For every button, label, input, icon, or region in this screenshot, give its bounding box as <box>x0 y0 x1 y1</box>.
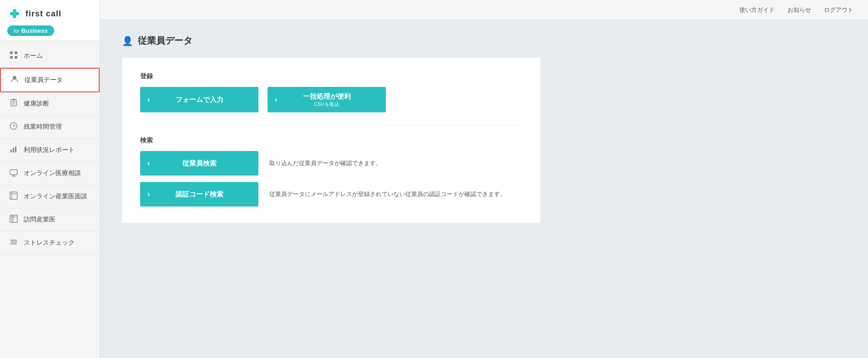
auth-search-button[interactable]: › 認証コード検索 <box>140 182 258 207</box>
chevron-icon-csv: › <box>275 96 277 104</box>
svg-rect-17 <box>10 150 12 152</box>
chevron-icon-auth: › <box>147 190 150 198</box>
csv-import-label: 一括処理が便利 CSVを取込 <box>267 91 386 108</box>
chevron-icon-emp: › <box>147 159 150 167</box>
svg-rect-26 <box>10 215 17 222</box>
svg-rect-13 <box>13 99 15 101</box>
badge-business-text: Business <box>21 27 48 34</box>
overtime-icon <box>9 122 18 132</box>
topbar: 使い方ガイドお知らせログアウト <box>100 0 868 20</box>
register-section-label: 登録 <box>140 72 522 81</box>
section-divider <box>140 125 522 126</box>
svg-rect-4 <box>10 51 13 54</box>
visit-industrial-icon <box>9 215 18 225</box>
employee-search-item: › 従業員検索 取り込んだ従業員データが確認できます。 <box>140 151 522 176</box>
online-industrial-icon <box>9 192 18 202</box>
sidebar-item-label: オンライン医療相談 <box>24 169 81 177</box>
employee-data-icon <box>10 75 19 85</box>
svg-rect-19 <box>15 146 16 152</box>
svg-rect-7 <box>15 56 17 59</box>
sidebar-item-usage-report[interactable]: 利用状況レポート <box>0 139 100 162</box>
search-section-label: 検索 <box>140 136 522 145</box>
home-icon <box>9 51 18 61</box>
auth-search-desc: 従業員データにメールアドレスが登録されていない従業員の認証コードが確認できます。 <box>269 190 522 198</box>
sidebar-item-stress-check[interactable]: ストレスチェック <box>0 232 100 255</box>
employee-search-button[interactable]: › 従業員検索 <box>140 151 258 176</box>
svg-rect-6 <box>10 56 13 59</box>
sidebar-item-label: 従業員データ <box>25 76 63 84</box>
sidebar-item-label: ホーム <box>24 52 43 60</box>
sidebar-item-visit-industrial[interactable]: 訪問産業医 <box>0 208 100 232</box>
svg-rect-5 <box>15 51 17 54</box>
logo-area: first call forBusiness <box>0 0 100 41</box>
sidebar-item-overtime[interactable]: 残業時間管理 <box>0 116 100 139</box>
logo-row: first call <box>7 6 92 21</box>
badge-for-text: for <box>14 28 20 34</box>
register-btn-row: › フォームで入力 › 一括処理が便利 CSVを取込 <box>140 87 522 112</box>
form-input-label: フォームで入力 <box>140 96 258 104</box>
auth-search-item: › 認証コード検索 従業員データにメールアドレスが登録されていない従業員の認証コ… <box>140 182 522 207</box>
sidebar-item-label: 健康診断 <box>24 100 49 108</box>
employee-data-card: 登録 › フォームで入力 › 一括処理が便利 CSVを取込 検索 <box>122 58 540 223</box>
sidebar-item-label: 残業時間管理 <box>24 123 62 131</box>
sidebar: first call forBusiness ホーム従業員データ健康診断残業時間… <box>0 0 100 358</box>
sidebar-item-employee-data[interactable]: 従業員データ <box>0 68 100 92</box>
badge-business: forBusiness <box>7 25 92 36</box>
online-medical-icon <box>9 168 18 178</box>
topbar-logout-link[interactable]: ログアウト <box>824 6 853 14</box>
firstcall-logo-icon <box>7 6 22 21</box>
sidebar-item-online-industrial[interactable]: オンライン産業医面談 <box>0 185 100 208</box>
topbar-news-link[interactable]: お知らせ <box>787 6 811 14</box>
stress-check-icon <box>9 238 18 248</box>
usage-report-icon <box>9 145 18 155</box>
search-btn-row: › 従業員検索 取り込んだ従業員データが確認できます。 › 認証コード検索 従業… <box>140 151 522 207</box>
sidebar-item-label: 利用状況レポート <box>24 146 75 154</box>
sidebar-item-label: 訪問産業医 <box>24 216 56 224</box>
employee-data-icon: 👤 <box>122 35 133 46</box>
svg-rect-20 <box>10 170 17 175</box>
logo-text: first call <box>25 9 61 19</box>
sidebar-item-label: オンライン産業医面談 <box>24 192 87 201</box>
employee-search-desc: 取り込んだ従業員データが確認できます。 <box>269 159 522 167</box>
sidebar-item-home[interactable]: ホーム <box>0 45 100 68</box>
svg-rect-18 <box>13 148 14 152</box>
content-area: 👤 従業員データ 登録 › フォームで入力 › 一括処理が便利 CSVを取込 <box>100 20 868 358</box>
sidebar-item-label: ストレスチェック <box>24 239 75 247</box>
employee-search-label: 従業員検索 <box>182 159 217 168</box>
auth-search-label: 認証コード検索 <box>176 190 223 199</box>
form-input-button[interactable]: › フォームで入力 <box>140 87 258 112</box>
sidebar-item-health-checkup[interactable]: 健康診断 <box>0 92 100 116</box>
health-checkup-icon <box>9 99 18 109</box>
page-title: 👤 従業員データ <box>122 35 846 47</box>
sidebar-nav: ホーム従業員データ健康診断残業時間管理利用状況レポートオンライン医療相談オンライ… <box>0 41 100 358</box>
sidebar-item-online-medical[interactable]: オンライン医療相談 <box>0 162 100 185</box>
svg-rect-3 <box>13 9 16 18</box>
topbar-guide-link[interactable]: 使い方ガイド <box>739 6 775 14</box>
main-area: 使い方ガイドお知らせログアウト 👤 従業員データ 登録 › フォームで入力 › … <box>100 0 868 358</box>
chevron-icon: › <box>147 96 150 104</box>
svg-rect-23 <box>10 192 17 199</box>
csv-import-button[interactable]: › 一括処理が便利 CSVを取込 <box>267 87 386 112</box>
